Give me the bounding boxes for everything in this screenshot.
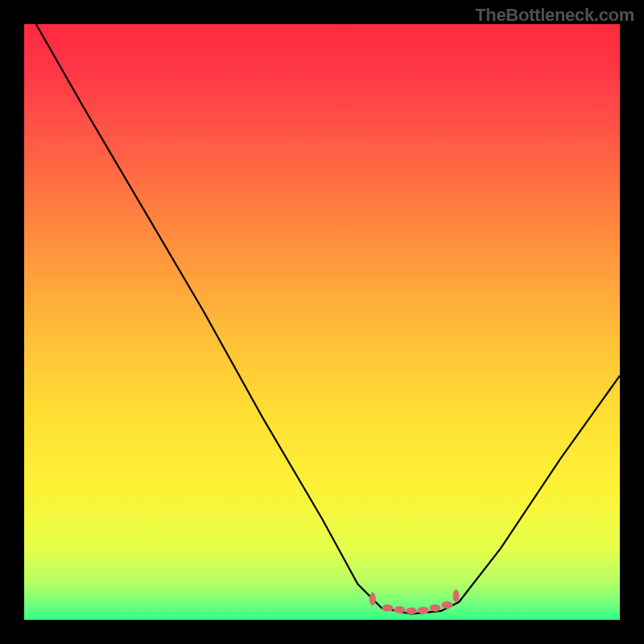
chart-svg [24, 24, 620, 620]
marker-dot [406, 607, 417, 614]
marker-dot [418, 607, 429, 614]
chart-container: TheBottleneck.com [0, 0, 644, 644]
marker-dot [430, 605, 441, 612]
marker-dot [382, 605, 393, 612]
marker-dot [394, 606, 405, 613]
marker-dot [441, 601, 452, 609]
gradient-background [24, 24, 620, 620]
watermark-text: TheBottleneck.com [475, 5, 634, 26]
plot-area [24, 24, 620, 620]
marker-dot [453, 589, 460, 602]
marker-dot [369, 592, 376, 605]
